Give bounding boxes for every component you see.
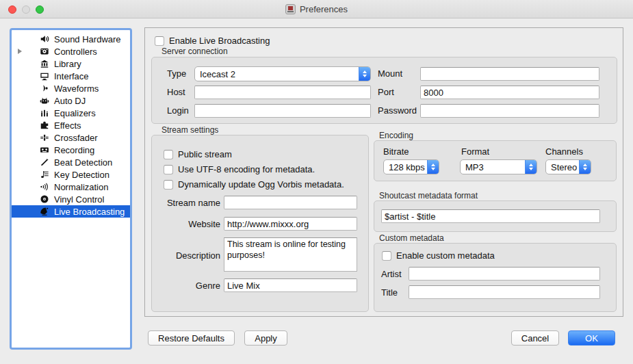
recording-icon: [39, 145, 49, 155]
enable-live-broadcasting-row: Enable Live Broadcasting: [155, 36, 270, 46]
wand-icon: [39, 157, 49, 168]
apply-button[interactable]: Apply: [244, 330, 287, 346]
ogg-vorbis-row: Dynamically update Ogg Vorbis metadata.: [164, 179, 344, 190]
monitor-icon: [39, 71, 49, 81]
sidebar-item-effects[interactable]: Effects: [12, 119, 130, 131]
sidebar-item-normalization[interactable]: Normalization: [12, 181, 130, 193]
live-broadcasting-pane: Enable Live Broadcasting Server connecti…: [144, 27, 623, 317]
select-stepper-icon: [525, 160, 537, 174]
sidebar-item-controllers[interactable]: Controllers: [12, 45, 130, 57]
sidebar-item-crossfader[interactable]: Crossfader: [12, 131, 130, 144]
mount-label: Mount: [378, 68, 402, 79]
public-stream-label: Public stream: [178, 149, 232, 159]
host-input[interactable]: [194, 86, 371, 99]
title-input[interactable]: [409, 285, 600, 299]
shoutcast-metadata-title: Shoutcast metadata format: [379, 191, 478, 200]
ok-button[interactable]: OK: [568, 330, 615, 346]
encoding-group: Bitrate 128 kbps Format MP3 Channels Ste…: [374, 140, 617, 181]
enable-live-broadcasting-label: Enable Live Broadcasting: [169, 36, 270, 46]
cancel-button[interactable]: Cancel: [511, 330, 559, 346]
soundwave-icon: [39, 182, 49, 192]
ogg-vorbis-label: Dynamically update Ogg Vorbis metadata.: [178, 179, 344, 190]
robot-icon: [39, 96, 49, 106]
stream-settings-title: Stream settings: [162, 125, 218, 135]
custom-metadata-title: Custom metadata: [379, 233, 444, 243]
enable-custom-metadata-label: Enable custom metadata: [396, 250, 495, 261]
sidebar-item-interface[interactable]: Interface: [12, 70, 130, 82]
speaker-icon: [39, 34, 49, 44]
bitrate-label: Bitrate: [383, 146, 409, 157]
public-stream-checkbox[interactable]: [164, 150, 173, 159]
website-input[interactable]: [224, 217, 357, 231]
enable-custom-metadata-checkbox[interactable]: [382, 251, 391, 261]
channels-select[interactable]: Stereo: [545, 159, 591, 174]
mount-input[interactable]: [420, 67, 599, 81]
preferences-sidebar: Sound Hardware Controllers Library Inter…: [10, 28, 132, 350]
login-input[interactable]: [194, 104, 371, 118]
public-stream-row: Public stream: [164, 149, 232, 159]
waveform-icon: [39, 83, 49, 94]
sidebar-item-waveforms[interactable]: Waveforms: [12, 82, 130, 94]
sidebar-item-key-detection[interactable]: Key Detection: [12, 168, 130, 181]
port-label: Port: [378, 87, 394, 97]
artist-label: Artist: [381, 269, 402, 279]
shoutcast-metadata-group: [374, 200, 617, 232]
music-key-icon: [39, 170, 49, 180]
website-label: Website: [152, 219, 220, 229]
shoutcast-format-input[interactable]: [381, 209, 600, 223]
type-label: Type: [167, 68, 186, 79]
type-select[interactable]: Icecast 2: [194, 66, 371, 81]
stream-settings-group: Public stream Use UTF-8 encoding for met…: [151, 135, 369, 312]
sidebar-item-auto-dj[interactable]: Auto DJ: [12, 94, 130, 107]
disclosure-triangle-icon[interactable]: [18, 49, 22, 54]
utf8-label: Use UTF-8 encoding for metadata.: [178, 164, 315, 174]
sidebar-item-equalizers[interactable]: Equalizers: [12, 107, 130, 119]
app-icon: [285, 4, 296, 14]
controller-icon: [39, 47, 49, 57]
library-icon: [39, 59, 49, 69]
format-select[interactable]: MP3: [460, 159, 537, 174]
artist-input[interactable]: [409, 267, 600, 281]
utf8-row: Use UTF-8 encoding for metadata.: [164, 164, 315, 174]
vinyl-icon: [39, 194, 49, 205]
stream-name-label: Stream name: [152, 198, 220, 208]
channels-label: Channels: [545, 146, 583, 157]
server-connection-group: Type Icecast 2 Mount Host Port Login Pas…: [151, 57, 617, 124]
genre-input[interactable]: [224, 278, 357, 292]
description-textarea[interactable]: This stream is online for testing purpos…: [224, 237, 357, 272]
ogg-vorbis-checkbox[interactable]: [164, 180, 173, 190]
bitrate-select[interactable]: 128 kbps: [383, 159, 439, 174]
genre-label: Genre: [152, 281, 220, 291]
window-title: Preferences: [300, 4, 348, 14]
satellite-dish-icon: [39, 207, 49, 217]
effects-icon: [39, 120, 49, 131]
restore-defaults-button[interactable]: Restore Defaults: [148, 330, 235, 346]
equalizer-icon: [39, 108, 49, 118]
sidebar-item-live-broadcasting[interactable]: Live Broadcasting: [12, 205, 130, 218]
select-stepper-icon: [359, 67, 370, 81]
custom-metadata-group: Enable custom metadata Artist Title: [374, 243, 617, 312]
sidebar-item-vinyl-control[interactable]: Vinyl Control: [12, 193, 130, 205]
title-label: Title: [381, 287, 398, 298]
sidebar-item-library[interactable]: Library: [12, 57, 130, 70]
server-connection-title: Server connection: [162, 47, 228, 56]
enable-live-broadcasting-checkbox[interactable]: [155, 36, 164, 46]
titlebar[interactable]: Preferences: [0, 0, 633, 18]
enable-custom-metadata-row: Enable custom metadata: [382, 250, 495, 261]
port-input[interactable]: [420, 86, 599, 99]
crossfader-icon: [39, 133, 49, 143]
format-label: Format: [461, 146, 489, 157]
sidebar-item-beat-detection[interactable]: Beat Detection: [12, 156, 130, 168]
encoding-title: Encoding: [379, 131, 413, 140]
password-input[interactable]: [420, 104, 599, 118]
login-label: Login: [167, 105, 189, 116]
sidebar-item-recording[interactable]: Recording: [12, 144, 130, 156]
utf8-checkbox[interactable]: [164, 165, 173, 174]
sidebar-item-sound-hardware[interactable]: Sound Hardware: [12, 33, 130, 45]
password-label: Password: [378, 105, 417, 116]
preferences-window: Preferences Sound Hardware Controllers L…: [0, 0, 633, 364]
host-label: Host: [167, 87, 185, 97]
select-stepper-icon: [579, 160, 591, 174]
select-stepper-icon: [427, 160, 439, 174]
stream-name-input[interactable]: [224, 196, 357, 209]
